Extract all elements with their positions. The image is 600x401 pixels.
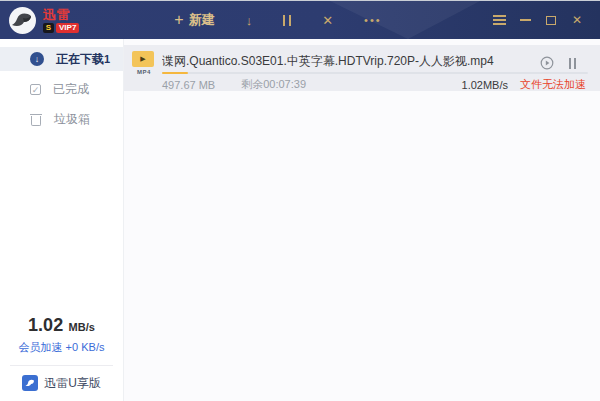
super-badge: S [43, 23, 54, 33]
app-logo-icon [9, 7, 36, 34]
downloading-icon: ↓ [30, 52, 44, 66]
vip-badges: S VIP7 [43, 23, 79, 33]
hamburger-icon [493, 13, 506, 28]
member-accel-value: +0 KB/s [66, 341, 105, 353]
video-play-icon: ▶ [132, 51, 154, 67]
delete-task-button[interactable]: ✕ [322, 13, 333, 28]
sidebar-item-label: 正在下载 [56, 51, 104, 68]
close-x-icon: ✕ [322, 13, 333, 28]
sidebar-item-completed[interactable]: ✓ 已完成 [0, 77, 123, 101]
member-accel-label: 会员加速 [19, 341, 63, 353]
edition-link[interactable]: 迅雷U享版 [22, 375, 101, 392]
pause-icon [283, 15, 291, 26]
task-progress-track [162, 72, 588, 74]
more-actions-button[interactable]: ••• [364, 15, 382, 26]
pause-all-button[interactable] [283, 15, 291, 26]
minimize-icon [520, 19, 531, 21]
brand-text: 迅雷 S VIP7 [43, 8, 79, 33]
start-all-button[interactable]: ↓ [246, 13, 253, 28]
app-body: ↓ 正在下载 1 ✓ 已完成 垃圾箱 1.02 MB/s [0, 39, 600, 401]
global-speed-value: 1.02 [28, 315, 63, 335]
minimize-button[interactable] [512, 10, 538, 30]
sidebar-item-label: 垃圾箱 [54, 111, 109, 128]
titlebar-toolbar: + 新建 ↓ ✕ ••• [174, 11, 381, 29]
main-menu-button[interactable] [486, 10, 512, 30]
sidebar-divider [10, 365, 113, 366]
download-arrow-icon: ↓ [246, 13, 253, 28]
edition-label: 迅雷U享版 [44, 375, 101, 392]
sidebar-item-label: 已完成 [53, 81, 109, 98]
task-status-message: 文件无法加速 [520, 77, 586, 92]
app-window: 迅雷 S VIP7 + 新建 ↓ ✕ ••• [0, 0, 600, 401]
sidebar-item-trash[interactable]: 垃圾箱 [0, 107, 123, 131]
task-filename: 谍网.Quantico.S03E01.中英字幕.HDTVrip.720P-人人影… [162, 53, 510, 70]
file-extension-label: MP4 [132, 69, 156, 75]
task-speed: 1.02MB/s [462, 79, 508, 91]
sidebar-item-downloading[interactable]: ↓ 正在下载 1 [0, 47, 123, 71]
sidebar-nav: ↓ 正在下载 1 ✓ 已完成 垃圾箱 [0, 39, 123, 131]
edition-bird-icon [22, 375, 38, 391]
download-task-row[interactable]: ▶ MP4 谍网.Quantico.S03E01.中英字幕.HDTVrip.72… [124, 45, 600, 91]
task-remaining-time: 剩余00:07:39 [241, 77, 306, 92]
task-pause-button[interactable] [569, 58, 576, 69]
task-progress-fill [162, 72, 188, 74]
task-stats: 497.67 MB 剩余00:07:39 1.02MB/s 文件无法加速 [162, 77, 586, 92]
brand-block: 迅雷 S VIP7 [9, 7, 79, 34]
titlebar: 迅雷 S VIP7 + 新建 ↓ ✕ ••• [0, 1, 600, 39]
task-actions [540, 56, 576, 70]
sidebar: ↓ 正在下载 1 ✓ 已完成 垃圾箱 1.02 MB/s [0, 39, 124, 401]
accelerate-button[interactable] [540, 56, 554, 70]
completed-icon: ✓ [30, 84, 41, 95]
brand-name: 迅雷 [43, 8, 79, 21]
downloading-count-badge: 1 [104, 53, 110, 65]
member-accel-line: 会员加速 +0 KB/s [0, 340, 123, 355]
task-size: 497.67 MB [162, 79, 215, 91]
vip-level-badge: VIP7 [56, 23, 79, 33]
main-panel: ▶ MP4 谍网.Quantico.S03E01.中英字幕.HDTVrip.72… [124, 39, 600, 401]
close-button[interactable]: ✕ [564, 10, 590, 30]
window-controls: ✕ [486, 1, 590, 39]
new-task-label: 新建 [189, 11, 215, 29]
file-type-icon: ▶ MP4 [132, 51, 156, 75]
trash-icon [30, 113, 42, 126]
ellipsis-icon: ••• [364, 15, 382, 26]
plus-icon: + [174, 12, 183, 28]
accelerate-circle-icon [540, 56, 554, 70]
sidebar-bottom: 1.02 MB/s 会员加速 +0 KB/s 迅雷U享版 [0, 315, 123, 394]
maximize-button[interactable] [538, 10, 564, 30]
new-task-button[interactable]: + 新建 [174, 11, 214, 29]
maximize-icon [546, 16, 556, 25]
global-speed-unit: MB/s [69, 321, 95, 333]
global-speed: 1.02 MB/s [0, 315, 123, 336]
close-icon: ✕ [572, 13, 582, 27]
